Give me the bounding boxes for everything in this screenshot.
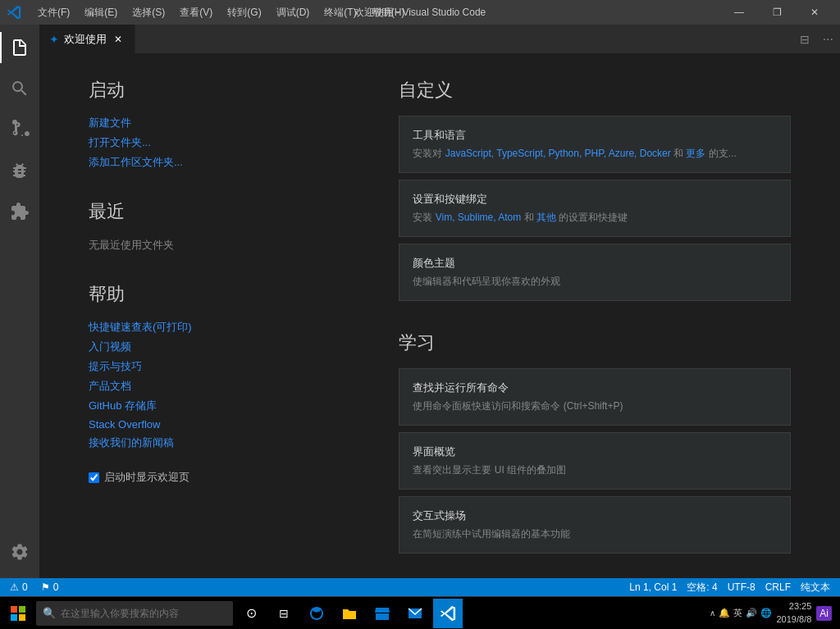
welcome-tab[interactable]: ✦ 欢迎使用 ✕ <box>39 25 135 53</box>
cortana-icon[interactable]: ⊙ <box>236 599 266 628</box>
recent-empty-text: 无最近使用文件夹 <box>89 239 174 251</box>
welcome-page: 启动 新建文件 打开文件夹... 添加工作区文件夹... 最近 无最近使用文件夹… <box>39 53 840 578</box>
close-button[interactable]: ✕ <box>796 0 833 25</box>
taskbar-search-bar[interactable]: 🔍 <box>36 601 233 626</box>
menu-view[interactable]: 查看(V) <box>173 4 219 21</box>
warnings-status[interactable]: ⚑ 0 <box>38 578 62 596</box>
startup-checkbox[interactable] <box>89 472 99 483</box>
tray-volume-icon[interactable]: 🔊 <box>746 608 757 618</box>
menu-goto[interactable]: 转到(G) <box>221 4 267 21</box>
clock-date: 2019/8/8 <box>777 613 812 626</box>
settings-button[interactable] <box>0 532 39 572</box>
encoding-status[interactable]: UTF-8 <box>724 578 759 596</box>
sidebar-item-debug[interactable] <box>0 151 39 190</box>
error-count: 0 <box>22 581 28 593</box>
clock-time: 23:25 <box>777 600 812 613</box>
vscode-logo-icon <box>7 5 21 20</box>
interface-overview-title: 界面概览 <box>413 444 777 459</box>
tab-label: 欢迎使用 <box>64 32 107 47</box>
clock-display[interactable]: 23:25 2019/8/8 <box>777 600 812 626</box>
add-workspace-link[interactable]: 添加工作区文件夹... <box>89 155 349 170</box>
window-controls: — ❐ ✕ <box>720 0 833 25</box>
interactive-playground-desc: 在简短演练中试用编辑器的基本功能 <box>413 526 777 541</box>
interface-overview-card[interactable]: 界面概览 查看突出显示主要 UI 组件的叠加图 <box>399 432 791 490</box>
keybindings-title: 设置和按键绑定 <box>413 192 777 207</box>
file-explorer-icon[interactable] <box>335 599 364 628</box>
taskbar-search-input[interactable] <box>61 608 225 619</box>
indent-status[interactable]: 空格: 4 <box>683 578 720 596</box>
tray-lang-icon[interactable]: 英 <box>733 607 742 619</box>
interactive-playground-card[interactable]: 交互式操场 在简短演练中试用编辑器的基本功能 <box>399 496 791 554</box>
welcome-left-column: 启动 新建文件 打开文件夹... 添加工作区文件夹... 最近 无最近使用文件夹… <box>89 78 349 554</box>
title-bar-left: 文件(F) 编辑(E) 选择(S) 查看(V) 转到(G) 调试(D) 终端(T… <box>7 4 411 21</box>
open-folder-link[interactable]: 打开文件夹... <box>89 135 349 150</box>
github-repo-link[interactable]: GitHub 存储库 <box>89 399 349 413</box>
newsletter-link[interactable]: 接收我们的新闻稿 <box>89 435 349 450</box>
sidebar-item-source-control[interactable] <box>0 110 39 149</box>
sidebar-item-extensions[interactable] <box>0 192 39 231</box>
language-status[interactable]: 纯文本 <box>797 578 833 596</box>
task-view-icon[interactable]: ⊟ <box>269 599 299 628</box>
maximize-button[interactable]: ❐ <box>758 0 796 25</box>
tab-vscode-icon: ✦ <box>49 33 59 46</box>
cursor-position-status[interactable]: Ln 1, Col 1 <box>626 578 680 596</box>
errors-status[interactable]: ⚠ 0 <box>7 578 31 596</box>
color-theme-title: 颜色主题 <box>413 256 777 271</box>
minimize-button[interactable]: — <box>720 0 758 25</box>
svg-rect-1 <box>19 606 25 613</box>
taskbar-right-area: ∧ 🔔 英 🔊 🌐 23:25 2019/8/8 Ai <box>710 600 838 626</box>
activity-bar-bottom <box>0 532 39 578</box>
tray-expand-icon[interactable]: ∧ <box>710 608 715 618</box>
interface-overview-desc: 查看突出显示主要 UI 组件的叠加图 <box>413 463 777 477</box>
more-actions-button[interactable]: ··· <box>816 25 840 53</box>
mail-icon[interactable] <box>400 599 430 628</box>
find-commands-desc: 使用命令面板快速访问和搜索命令 (Ctrl+Shift+P) <box>413 399 777 413</box>
tray-network-icon[interactable]: 🌐 <box>760 608 772 618</box>
find-commands-card[interactable]: 查找并运行所有命令 使用命令面板快速访问和搜索命令 (Ctrl+Shift+P) <box>399 368 791 426</box>
warning-icon: ⚑ <box>41 581 50 593</box>
menu-select[interactable]: 选择(S) <box>126 4 171 21</box>
status-bar-right: Ln 1, Col 1 空格: 4 UTF-8 CRLF 纯文本 <box>626 578 833 596</box>
edge-icon[interactable] <box>302 599 331 628</box>
system-tray: ∧ 🔔 英 🔊 🌐 <box>710 607 772 619</box>
tools-languages-desc: 安装对 JavaScript, TypeScript, Python, PHP,… <box>413 146 777 161</box>
new-file-link[interactable]: 新建文件 <box>89 116 349 130</box>
taskbar: 🔍 ⊙ ⊟ ∧ 🔔 英 🔊 🌐 <box>0 596 840 629</box>
find-commands-title: 查找并运行所有命令 <box>413 381 777 395</box>
tools-languages-card[interactable]: 工具和语言 安装对 JavaScript, TypeScript, Python… <box>399 116 791 173</box>
menu-debug[interactable]: 调试(D) <box>270 4 317 21</box>
recent-section-title: 最近 <box>89 199 349 224</box>
help-section-title: 帮助 <box>89 282 349 307</box>
color-theme-desc: 使编辑器和代码呈现你喜欢的外观 <box>413 274 777 289</box>
tab-close-button[interactable]: ✕ <box>112 33 125 46</box>
store-icon[interactable] <box>368 599 397 628</box>
sidebar-item-search[interactable] <box>0 69 39 108</box>
start-button[interactable] <box>3 599 33 628</box>
product-docs-link[interactable]: 产品文档 <box>89 379 349 394</box>
start-section-title: 启动 <box>89 78 349 103</box>
startup-checkbox-text: 启动时显示欢迎页 <box>104 470 189 485</box>
split-editor-button[interactable]: ⊟ <box>793 25 816 53</box>
sidebar-item-explorer[interactable] <box>0 28 39 67</box>
main-area: ✦ 欢迎使用 ✕ ⊟ ··· 启动 新建文件 打开文件夹... 添加工作区文件夹… <box>0 25 840 578</box>
learn-section-title: 学习 <box>399 330 791 355</box>
eol-status[interactable]: CRLF <box>762 578 794 596</box>
color-theme-card[interactable]: 颜色主题 使编辑器和代码呈现你喜欢的外观 <box>399 244 791 301</box>
tips-tricks-link[interactable]: 提示与技巧 <box>89 359 349 374</box>
menu-file[interactable]: 文件(F) <box>31 4 76 21</box>
ai-badge[interactable]: Ai <box>816 606 832 621</box>
keyboard-shortcut-link[interactable]: 快捷键速查表(可打印) <box>89 320 349 335</box>
search-icon: 🔍 <box>43 607 56 619</box>
keybindings-card[interactable]: 设置和按键绑定 安装 Vim, Sublime, Atom 和 其他 的设置和快… <box>399 180 791 237</box>
tray-notification-icon[interactable]: 🔔 <box>719 608 730 618</box>
taskbar-vscode-icon[interactable] <box>433 599 463 628</box>
intro-video-link[interactable]: 入门视频 <box>89 340 349 354</box>
menu-edit[interactable]: 编辑(E) <box>78 4 124 21</box>
title-bar: 文件(F) 编辑(E) 选择(S) 查看(V) 转到(G) 调试(D) 终端(T… <box>0 0 840 25</box>
tools-languages-title: 工具和语言 <box>413 128 777 143</box>
customize-section-title: 自定义 <box>399 78 791 103</box>
error-icon: ⚠ <box>10 581 19 593</box>
startup-checkbox-label[interactable]: 启动时显示欢迎页 <box>89 470 349 485</box>
welcome-right-column: 自定义 工具和语言 安装对 JavaScript, TypeScript, Py… <box>399 78 791 554</box>
stackoverflow-link[interactable]: Stack Overflow <box>89 418 349 431</box>
